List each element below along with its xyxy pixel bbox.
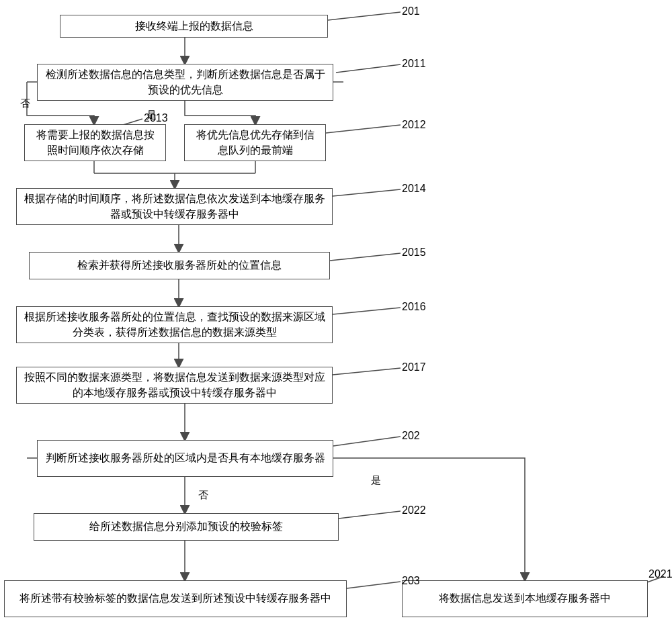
tag-2011: 2011 (402, 58, 426, 70)
svg-line-12 (333, 189, 401, 196)
step-2016: 根据所述接收服务器所处的位置信息，查找预设的数据来源区域分类表，获得所述数据信息… (16, 306, 333, 343)
tag-202: 202 (402, 430, 420, 442)
step-text: 将所述带有校验标签的数据信息发送到所述预设中转缓存服务器中 (19, 591, 331, 606)
step-2015: 检索并获得所述接收服务器所处的位置信息 (29, 252, 330, 279)
step-text: 接收终端上报的数据信息 (135, 19, 253, 34)
tag-2015: 2015 (402, 246, 426, 259)
step-203: 将所述带有校验标签的数据信息发送到所述预设中转缓存服务器中 (4, 580, 347, 617)
tag-2017: 2017 (402, 361, 426, 373)
svg-line-14 (333, 308, 401, 314)
svg-line-18 (347, 582, 401, 588)
svg-line-17 (339, 511, 401, 519)
step-text: 按照不同的数据来源类型，将数据信息发送到数据来源类型对应的本地缓存服务器或预设中… (24, 370, 325, 400)
edge-no2: 否 (198, 489, 208, 502)
edge-yes: 是 (146, 109, 157, 122)
tag-2022: 2022 (402, 504, 426, 516)
flowchart: 接收终端上报的数据信息 检测所述数据信息的信息类型，判断所述数据信息是否属于预设… (0, 0, 672, 630)
svg-line-16 (333, 437, 401, 446)
step-2021: 将数据信息发送到本地缓存服务器中 (402, 580, 648, 617)
step-2011: 检测所述数据信息的信息类型，判断所述数据信息是否属于预设的优先信息 (37, 64, 333, 101)
step-2014: 根据存储的时间顺序，将所述数据信息依次发送到本地缓存服务器或预设中转缓存服务器中 (16, 188, 333, 225)
svg-line-13 (330, 253, 401, 261)
step-text: 将数据信息发送到本地缓存服务器中 (439, 591, 611, 606)
step-text: 检测所述数据信息的信息类型，判断所述数据信息是否属于预设的优先信息 (44, 67, 326, 97)
step-201: 接收终端上报的数据信息 (60, 15, 328, 38)
step-2012: 将优先信息优先存储到信息队列的最前端 (184, 124, 326, 161)
step-2017: 按照不同的数据来源类型，将数据信息发送到数据来源类型对应的本地缓存服务器或预设中… (16, 367, 333, 404)
tag-203: 203 (402, 575, 420, 587)
edge-yes2: 是 (371, 474, 381, 487)
svg-line-15 (333, 368, 401, 375)
tag-2016: 2016 (402, 301, 426, 313)
step-2022: 给所述数据信息分别添加预设的校验标签 (34, 513, 339, 541)
svg-line-11 (326, 125, 401, 133)
step-text: 根据所述接收服务器所处的位置信息，查找预设的数据来源区域分类表，获得所述数据信息… (24, 310, 325, 340)
tag-201: 201 (402, 5, 420, 17)
step-text: 将需要上报的数据信息按照时间顺序依次存储 (32, 128, 159, 158)
svg-line-9 (336, 64, 401, 73)
step-text: 根据存储的时间顺序，将所述数据信息依次发送到本地缓存服务器或预设中转缓存服务器中 (24, 191, 325, 222)
tag-2012: 2012 (402, 119, 426, 131)
step-text: 给所述数据信息分别添加预设的校验标签 (89, 519, 283, 534)
step-text: 检索并获得所述接收服务器所处的位置信息 (77, 258, 282, 273)
svg-line-8 (328, 12, 401, 20)
step-text: 判断所述接收服务器所处的区域内是否具有本地缓存服务器 (46, 451, 325, 465)
tag-2021: 2021 (648, 568, 672, 580)
step-text: 将优先信息优先存储到信息队列的最前端 (192, 128, 319, 158)
edge-no: 否 (20, 97, 30, 110)
step-2013: 将需要上报的数据信息按照时间顺序依次存储 (24, 124, 166, 161)
step-202: 判断所述接收服务器所处的区域内是否具有本地缓存服务器 (37, 440, 333, 477)
tag-2014: 2014 (402, 183, 426, 195)
